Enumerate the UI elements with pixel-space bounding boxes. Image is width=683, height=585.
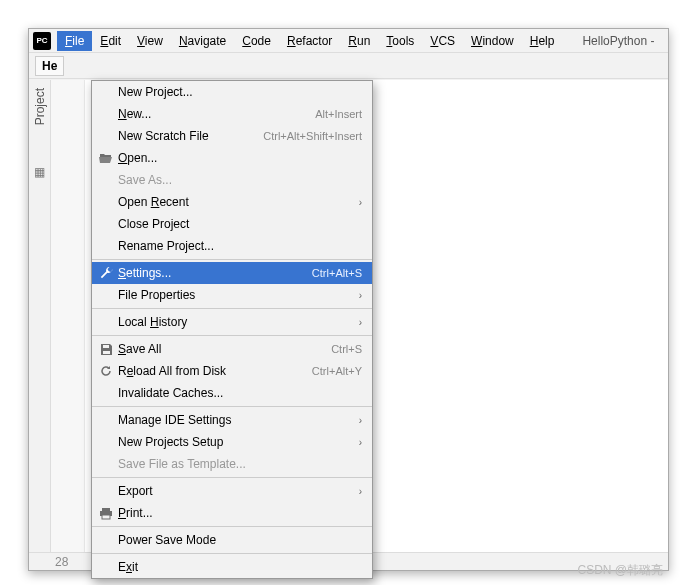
app-icon: PC [33, 32, 51, 50]
menu-item-export[interactable]: Export› [92, 480, 372, 502]
breadcrumb[interactable]: He [35, 56, 64, 76]
shortcut-label: Ctrl+S [331, 343, 362, 355]
shortcut-label: Ctrl+Alt+Shift+Insert [263, 130, 362, 142]
menu-item-label: Save As... [116, 173, 362, 187]
submenu-arrow-icon: › [359, 290, 362, 301]
menu-item-close-project[interactable]: Close Project [92, 213, 372, 235]
menu-item-label: Export [116, 484, 351, 498]
menu-item-label: File Properties [116, 288, 351, 302]
menu-item-label: Invalidate Caches... [116, 386, 362, 400]
menu-item-label: Manage IDE Settings [116, 413, 351, 427]
submenu-arrow-icon: › [359, 437, 362, 448]
submenu-arrow-icon: › [359, 486, 362, 497]
menu-item-file-properties[interactable]: File Properties› [92, 284, 372, 306]
menu-item-power-save-mode[interactable]: Power Save Mode [92, 529, 372, 551]
svg-rect-0 [103, 345, 109, 348]
menu-item-label: New Scratch File [116, 129, 263, 143]
watermark: CSDN @韩璐亮 [577, 562, 663, 579]
menu-item-label: Save File as Template... [116, 457, 362, 471]
menu-navigate[interactable]: Navigate [171, 31, 234, 51]
folder-open-icon [96, 152, 116, 164]
breadcrumb-bar: He [29, 53, 668, 79]
menu-item-label: Close Project [116, 217, 362, 231]
menu-item-open[interactable]: Open... [92, 147, 372, 169]
ide-window: PC FileEditViewNavigateCodeRefactorRunTo… [28, 28, 669, 571]
menu-item-local-history[interactable]: Local History› [92, 311, 372, 333]
status-line-number: 28 [55, 555, 68, 569]
submenu-arrow-icon: › [359, 317, 362, 328]
menu-item-label: New Project... [116, 85, 362, 99]
project-name: HelloPython - [582, 34, 654, 48]
menu-tools[interactable]: Tools [378, 31, 422, 51]
menu-file[interactable]: File [57, 31, 92, 51]
svg-rect-4 [102, 515, 110, 519]
svg-rect-2 [102, 508, 110, 511]
menu-view[interactable]: View [129, 31, 171, 51]
menu-item-save-all[interactable]: Save AllCtrl+S [92, 338, 372, 360]
menu-run[interactable]: Run [340, 31, 378, 51]
menu-item-label: Local History [116, 315, 351, 329]
menu-item-reload-all-from-disk[interactable]: Reload All from DiskCtrl+Alt+Y [92, 360, 372, 382]
shortcut-label: Alt+Insert [315, 108, 362, 120]
menu-item-print[interactable]: Print... [92, 502, 372, 524]
shortcut-label: Ctrl+Alt+Y [312, 365, 362, 377]
menu-item-label: New... [116, 107, 315, 121]
menu-item-open-recent[interactable]: Open Recent› [92, 191, 372, 213]
menu-item-label: Settings... [116, 266, 312, 280]
menu-item-new-projects-setup[interactable]: New Projects Setup› [92, 431, 372, 453]
menu-item-settings[interactable]: Settings...Ctrl+Alt+S [92, 262, 372, 284]
tool-sidebar: Project ▦ [29, 80, 51, 552]
sidebar-project-label[interactable]: Project [33, 88, 47, 125]
menu-item-new-project[interactable]: New Project... [92, 81, 372, 103]
menu-item-label: Reload All from Disk [116, 364, 312, 378]
print-icon [96, 507, 116, 520]
menu-item-exit[interactable]: Exit [92, 556, 372, 578]
menu-item-save-as: Save As... [92, 169, 372, 191]
menu-code[interactable]: Code [234, 31, 279, 51]
menu-item-label: New Projects Setup [116, 435, 351, 449]
menu-item-rename-project[interactable]: Rename Project... [92, 235, 372, 257]
menu-item-label: Power Save Mode [116, 533, 362, 547]
menu-item-label: Open Recent [116, 195, 351, 209]
menu-window[interactable]: Window [463, 31, 522, 51]
menu-item-label: Print... [116, 506, 362, 520]
reload-icon [96, 364, 116, 378]
menu-item-invalidate-caches[interactable]: Invalidate Caches... [92, 382, 372, 404]
svg-rect-1 [103, 351, 110, 354]
menu-item-save-file-as-template: Save File as Template... [92, 453, 372, 475]
editor-gutter [51, 80, 85, 552]
menu-item-label: Exit [116, 560, 362, 574]
wrench-icon [96, 266, 116, 280]
structure-icon[interactable]: ▦ [34, 165, 45, 179]
menu-item-label: Save All [116, 342, 331, 356]
menu-item-new-scratch-file[interactable]: New Scratch FileCtrl+Alt+Shift+Insert [92, 125, 372, 147]
menu-vcs[interactable]: VCS [422, 31, 463, 51]
menu-edit[interactable]: Edit [92, 31, 129, 51]
menu-item-new[interactable]: New...Alt+Insert [92, 103, 372, 125]
menu-help[interactable]: Help [522, 31, 563, 51]
menu-refactor[interactable]: Refactor [279, 31, 340, 51]
menu-item-label: Rename Project... [116, 239, 362, 253]
shortcut-label: Ctrl+Alt+S [312, 267, 362, 279]
submenu-arrow-icon: › [359, 197, 362, 208]
menu-item-label: Open... [116, 151, 362, 165]
menubar: PC FileEditViewNavigateCodeRefactorRunTo… [29, 29, 668, 53]
file-menu-dropdown: New Project...New...Alt+InsertNew Scratc… [91, 80, 373, 579]
menu-item-manage-ide-settings[interactable]: Manage IDE Settings› [92, 409, 372, 431]
submenu-arrow-icon: › [359, 415, 362, 426]
save-icon [96, 343, 116, 356]
